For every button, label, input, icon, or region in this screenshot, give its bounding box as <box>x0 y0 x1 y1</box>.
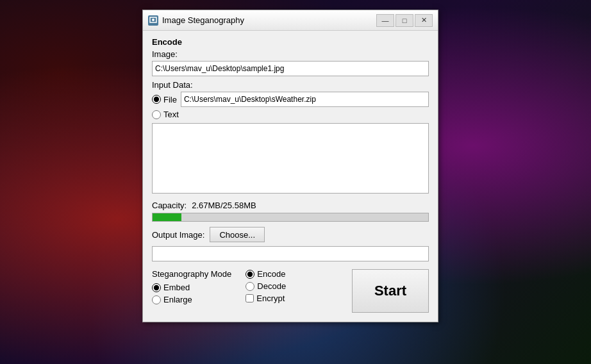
embed-radio[interactable] <box>152 283 161 292</box>
titlebar: Image Steganography — □ ✕ <box>143 10 438 31</box>
file-label-text: File <box>163 95 177 104</box>
encode-decode-box: Encode Decode Encrypt <box>246 269 286 313</box>
start-button[interactable]: Start <box>352 269 429 313</box>
input-data-label: Input Data: <box>152 80 429 90</box>
file-radio[interactable] <box>152 95 161 104</box>
encrypt-checkbox-label[interactable]: Encrypt <box>246 294 286 303</box>
text-area[interactable] <box>152 123 429 194</box>
maximize-button[interactable]: □ <box>395 14 413 27</box>
encode-radio[interactable] <box>246 270 254 279</box>
enlarge-label-text: Enlarge <box>163 295 192 304</box>
enlarge-radio[interactable] <box>152 295 161 304</box>
svg-point-1 <box>152 19 154 21</box>
titlebar-left: Image Steganography <box>148 15 244 26</box>
embed-radio-label[interactable]: Embed <box>152 283 231 292</box>
close-button[interactable]: ✕ <box>415 14 433 27</box>
encode-section-label: Encode <box>152 37 429 47</box>
file-input[interactable] <box>181 92 429 107</box>
file-radio-label[interactable]: File <box>152 95 177 104</box>
text-label-text: Text <box>163 110 179 119</box>
embed-label-text: Embed <box>163 283 190 292</box>
titlebar-controls: — □ ✕ <box>376 14 433 27</box>
content-area: Encode Image: Input Data: File Text Capa… <box>143 31 438 322</box>
steganography-mode-box: Steganography Mode Embed Enlarge <box>152 269 231 313</box>
file-row: File <box>152 92 429 107</box>
image-input[interactable] <box>152 61 429 76</box>
minimize-button[interactable]: — <box>376 14 394 27</box>
capacity-label: Capacity: <box>152 201 187 210</box>
output-image-label: Output Image: <box>152 230 204 240</box>
progress-bar-fill <box>153 213 181 221</box>
decode-radio[interactable] <box>246 282 254 291</box>
encode-label-text: Encode <box>257 269 285 279</box>
steg-mode-label: Steganography Mode <box>152 269 231 279</box>
text-radio-label[interactable]: Text <box>152 110 179 119</box>
bottom-section: Steganography Mode Embed Enlarge Encode <box>152 269 429 313</box>
enlarge-radio-label[interactable]: Enlarge <box>152 295 231 304</box>
capacity-row: Capacity: 2.67MB/25.58MB <box>152 201 429 210</box>
decode-radio-label[interactable]: Decode <box>246 281 286 291</box>
text-row: Text <box>152 110 429 119</box>
app-icon <box>148 15 158 26</box>
choose-button[interactable]: Choose... <box>210 227 265 242</box>
output-image-input[interactable] <box>152 246 429 261</box>
text-radio[interactable] <box>152 110 161 119</box>
image-label: Image: <box>152 49 429 59</box>
progress-bar-container <box>152 213 429 222</box>
app-window: Image Steganography — □ ✕ Encode Image: … <box>142 10 438 322</box>
capacity-value: 2.67MB/25.58MB <box>192 201 256 210</box>
encode-radio-label[interactable]: Encode <box>246 269 286 279</box>
encrypt-checkbox[interactable] <box>246 294 254 302</box>
encrypt-label-text: Encrypt <box>256 294 285 303</box>
decode-label-text: Decode <box>257 281 286 291</box>
app-title: Image Steganography <box>162 15 244 25</box>
output-image-row: Output Image: Choose... <box>152 227 429 242</box>
